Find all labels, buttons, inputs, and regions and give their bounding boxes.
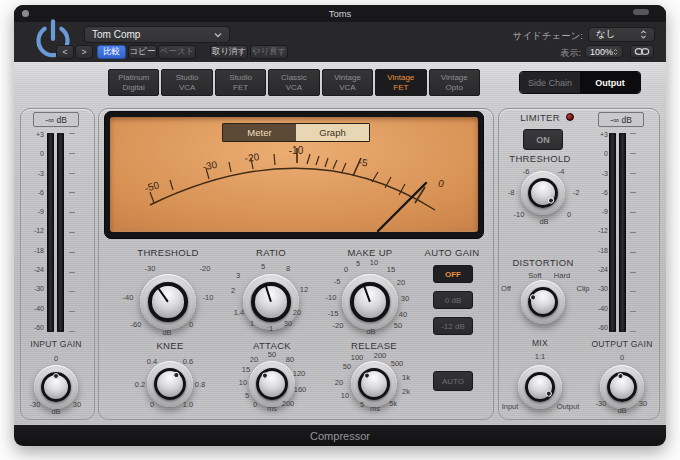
tab-output[interactable]: Output	[580, 72, 640, 93]
knob-scale-label: 80	[286, 355, 294, 364]
vu-scale-label: -20	[244, 151, 260, 163]
knob-scale-label: ms	[370, 404, 380, 413]
knob-scale-label: -60	[131, 320, 142, 329]
link-button[interactable]	[630, 45, 654, 58]
model-studio-vca[interactable]: StudioVCA	[161, 69, 212, 96]
release-label: RELEASE	[351, 340, 397, 351]
makeup-knob[interactable]	[342, 274, 398, 330]
plugin-name: Compressor	[310, 430, 370, 442]
knob-scale-label: 2k	[402, 387, 410, 396]
threshold-knob[interactable]	[140, 274, 196, 330]
knob-scale-label: -5	[334, 277, 341, 286]
window-close-button[interactable]	[22, 10, 29, 17]
updown-chevron-icon	[640, 29, 647, 40]
vu-scale-label: -50	[143, 179, 160, 194]
knob-scale-label: 500	[391, 359, 404, 368]
model-studio-fet[interactable]: StudioFET	[215, 69, 266, 96]
routing-toggle: Side Chain Output	[519, 71, 641, 94]
prev-preset-button[interactable]: <	[56, 45, 74, 59]
link-icon	[634, 47, 650, 56]
knob-scale-label: 5k	[389, 399, 397, 408]
updown-chevron-icon	[613, 47, 618, 57]
distortion-knob[interactable]	[521, 280, 565, 324]
meter-scale-label: -24	[588, 266, 608, 273]
meter-scale-label: -12	[588, 227, 608, 234]
knob-scale-label: 30	[284, 319, 292, 328]
knob-scale-label: -30	[30, 400, 41, 409]
preset-select[interactable]: Tom Comp	[84, 26, 230, 43]
tab-side-chain[interactable]: Side Chain	[520, 72, 580, 93]
window-title: Toms	[14, 8, 666, 19]
model-vintage-fet-selected[interactable]: VintageFET	[375, 69, 426, 96]
knob-scale-label: 30	[73, 400, 81, 409]
auto-gain-off-button[interactable]: OFF	[433, 265, 473, 283]
tab-graph[interactable]: Graph	[296, 124, 369, 141]
mix-knob[interactable]	[518, 365, 562, 409]
copy-button[interactable]: コピー	[128, 45, 157, 59]
knob-scale-label: 50	[394, 321, 402, 330]
meter-scale-label: +3	[22, 131, 44, 138]
view-zoom-select[interactable]: 100%	[585, 45, 623, 58]
knob-scale-label: 200	[374, 351, 387, 360]
knob-scale-label: 30	[401, 294, 409, 303]
meter-scale-label: 0	[588, 150, 608, 157]
knob-scale-label: 0	[253, 400, 257, 409]
knob-scale-label: 5	[360, 400, 364, 409]
input-gain-knob[interactable]	[34, 365, 78, 409]
meter-scale-label: 0	[22, 150, 44, 157]
knob-scale-label: 1.4	[234, 308, 244, 317]
knob-scale-label: -8	[508, 188, 515, 197]
sidechain-select[interactable]: なし	[588, 27, 655, 42]
preset-value: Tom Comp	[92, 29, 140, 40]
meter-scale-label: +3	[588, 131, 608, 138]
model-classic-vca[interactable]: ClassicVCA	[268, 69, 319, 96]
knob-scale-label: 0	[344, 265, 348, 274]
paste-button[interactable]: ペースト	[158, 45, 196, 59]
knob-scale-label: Hard	[554, 271, 570, 280]
undo-button[interactable]: 取り消す	[210, 45, 248, 59]
meter-scale-label: -30	[588, 285, 608, 292]
knob-scale-label: 0.2	[135, 380, 145, 389]
knob-scale-label: 8	[286, 264, 290, 273]
knob-scale-label: -4	[558, 167, 565, 176]
tab-meter[interactable]: Meter	[223, 124, 296, 141]
vu-display-tabs: Meter Graph	[222, 123, 370, 142]
knob-scale-label: -6	[523, 167, 530, 176]
auto-button[interactable]: AUTO	[433, 371, 473, 391]
model-vintage-opto[interactable]: VintageOpto	[429, 69, 480, 96]
input-meter-ticks	[69, 133, 75, 332]
knob-scale-label: 20	[250, 355, 258, 364]
vu-scale-label: -5	[358, 156, 369, 168]
sidechain-label: サイドチェーン:	[505, 30, 583, 43]
limiter-on-button[interactable]: ON	[523, 129, 563, 150]
auto-gain-minus12db-button[interactable]: -12 dB	[433, 317, 473, 335]
knee-label: KNEE	[156, 340, 183, 351]
knob-scale-label: 0.8	[195, 380, 205, 389]
knob-scale-label: dB	[51, 407, 60, 416]
knob-scale-label: Input	[502, 402, 519, 411]
model-vintage-vca[interactable]: VintageVCA	[322, 69, 373, 96]
compare-button[interactable]: 比較	[97, 45, 126, 59]
output-level-readout: -∞ dB	[598, 112, 644, 127]
auto-gain-0db-button[interactable]: 0 dB	[433, 291, 473, 309]
knob-scale-label: Soft	[528, 271, 541, 280]
input-level-readout: -∞ dB	[33, 112, 79, 127]
knob-scale-label: 1k	[402, 373, 410, 382]
limiter-threshold-knob[interactable]	[521, 171, 565, 215]
output-meter-bar-right	[619, 133, 626, 332]
knob-scale-label: -10	[326, 293, 337, 302]
knob-scale-label: 1	[250, 319, 254, 328]
output-gain-knob[interactable]	[600, 365, 644, 409]
knob-scale-label: -2	[573, 188, 580, 197]
redo-button[interactable]: やり直す	[250, 45, 288, 59]
knob-scale-label: 2	[231, 286, 235, 295]
view-label: 表示:	[548, 47, 581, 60]
distortion-label: DISTORTION	[512, 257, 573, 268]
knob-scale-label: 100	[351, 353, 364, 362]
knob-scale-label: 120	[293, 369, 306, 378]
knob-scale-label: 20	[335, 378, 343, 387]
next-preset-button[interactable]: >	[75, 45, 93, 59]
output-meter-scale: +30-3-6-9-12-18-24-30-40-60	[588, 131, 608, 331]
model-platinum-digital[interactable]: PlatinumDigital	[108, 69, 159, 96]
input-gain-label: INPUT GAIN	[30, 339, 82, 349]
